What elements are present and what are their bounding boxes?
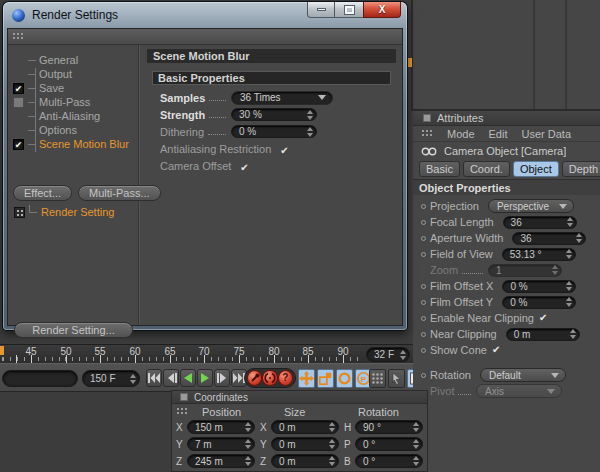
- document-max-time-field[interactable]: 150 F: [82, 370, 140, 387]
- size-y-field[interactable]: 0 m: [271, 437, 339, 451]
- go-to-start-button[interactable]: [146, 369, 162, 387]
- dotted-leader: [208, 134, 226, 135]
- stepper-icon[interactable]: [245, 422, 251, 432]
- param-bullet-icon[interactable]: [421, 220, 426, 225]
- param-bullet-icon[interactable]: [421, 252, 426, 257]
- row-show-cone: Show Cone ✔: [421, 342, 562, 358]
- checkbox-checked[interactable]: ✔: [13, 83, 24, 94]
- stepper-icon[interactable]: [245, 456, 251, 466]
- near-clipping-field[interactable]: 0 m: [506, 328, 580, 341]
- scale-keys-toggle[interactable]: [317, 369, 334, 388]
- film-offset-y-field[interactable]: 0 %: [502, 296, 576, 309]
- rotation-dropdown[interactable]: Default: [480, 368, 566, 382]
- checkbox-empty[interactable]: [13, 97, 24, 108]
- stepper-icon[interactable]: [130, 374, 136, 384]
- sidebar-item-multi-pass[interactable]: Multi-Pass: [8, 95, 138, 109]
- tab-object[interactable]: Object: [513, 161, 559, 177]
- param-bullet-icon[interactable]: [421, 316, 426, 321]
- field-of-view-field[interactable]: 53.13 °: [502, 248, 576, 261]
- stepper-icon[interactable]: [566, 297, 572, 307]
- grip-icon[interactable]: [176, 407, 188, 416]
- strength-field[interactable]: 30 %: [231, 108, 317, 121]
- record-keyframe-button[interactable]: [247, 370, 262, 386]
- rotation-b-field[interactable]: 0 °: [355, 454, 423, 468]
- tab-basic[interactable]: Basic: [419, 161, 460, 177]
- sidebar-item-options[interactable]: Options: [8, 123, 138, 137]
- stepper-icon[interactable]: [245, 439, 251, 449]
- dithering-field[interactable]: 0 %: [231, 125, 317, 138]
- maximize-button[interactable]: [335, 2, 363, 18]
- aperture-width-field[interactable]: 36: [512, 232, 586, 245]
- position-x-field[interactable]: 150 m: [187, 420, 255, 434]
- grip-icon[interactable]: [12, 32, 24, 41]
- max-frame-field[interactable]: 32 F: [366, 347, 410, 362]
- sidebar-item-output[interactable]: Output: [8, 67, 138, 81]
- rotation-keys-toggle[interactable]: [336, 369, 353, 388]
- selection-pointer-button[interactable]: [388, 369, 405, 388]
- checkbox-checked[interactable]: ✔: [280, 145, 288, 156]
- rotation-p-field[interactable]: 0 °: [355, 437, 423, 451]
- point-level-animation-toggle[interactable]: [369, 369, 386, 388]
- timeline-ruler[interactable]: 45 50 55 60 65 70 75 80 85 90 32 F: [0, 344, 413, 363]
- stepper-icon[interactable]: [566, 249, 572, 259]
- checkbox-checked[interactable]: ✔: [13, 139, 24, 150]
- param-bullet-icon[interactable]: [421, 236, 426, 241]
- effect-button[interactable]: Effect...: [13, 185, 72, 201]
- play-backwards-button[interactable]: [180, 369, 196, 387]
- keyframe-selection-button[interactable]: ?: [278, 370, 293, 386]
- new-render-setting-button[interactable]: Render Setting...: [14, 322, 133, 338]
- position-z-field[interactable]: 245 m: [187, 454, 255, 468]
- stepper-icon[interactable]: [576, 233, 582, 243]
- stepper-icon[interactable]: [567, 217, 573, 227]
- stepper-icon[interactable]: [566, 281, 572, 291]
- size-x-field[interactable]: 0 m: [271, 420, 339, 434]
- checkbox-checked[interactable]: ✔: [492, 345, 500, 355]
- param-bullet-icon[interactable]: [421, 348, 426, 353]
- play-forwards-button[interactable]: [197, 369, 213, 387]
- param-bullet-icon[interactable]: [421, 332, 426, 337]
- position-y-field[interactable]: 7 m: [187, 437, 255, 451]
- stepper-icon[interactable]: [413, 439, 419, 449]
- tab-depth[interactable]: Depth: [562, 161, 600, 177]
- timeline-preview-range[interactable]: [2, 370, 78, 387]
- basic-properties-header: Basic Properties: [152, 71, 391, 85]
- grip-icon[interactable]: [421, 129, 433, 138]
- minimize-button[interactable]: [307, 2, 335, 18]
- focal-length-field[interactable]: 36: [503, 216, 577, 229]
- menu-user-data[interactable]: User Data: [522, 128, 572, 140]
- autokeying-button[interactable]: [262, 370, 277, 386]
- next-frame-button[interactable]: [214, 369, 230, 387]
- stepper-icon[interactable]: [307, 110, 313, 120]
- sidebar-item-save[interactable]: ✔ Save: [8, 81, 138, 95]
- stepper-icon[interactable]: [413, 456, 419, 466]
- tab-coord[interactable]: Coord.: [463, 161, 510, 177]
- stepper-icon[interactable]: [329, 439, 335, 449]
- sidebar-item-anti-aliasing[interactable]: Anti-Aliasing: [8, 109, 138, 123]
- stepper-icon[interactable]: [329, 422, 335, 432]
- position-keys-toggle[interactable]: [298, 369, 315, 388]
- sidebar-item-scene-motion-blur[interactable]: ✔ Scene Motion Blur: [8, 137, 138, 151]
- menu-edit[interactable]: Edit: [489, 128, 508, 140]
- size-z-field[interactable]: 0 m: [271, 454, 339, 468]
- previous-frame-button[interactable]: [163, 369, 179, 387]
- current-frame-marker[interactable]: [0, 346, 4, 355]
- film-offset-x-field[interactable]: 0 %: [502, 280, 576, 293]
- samples-dropdown[interactable]: 36 Times: [231, 91, 333, 105]
- param-bullet-icon[interactable]: [421, 373, 426, 378]
- stepper-icon[interactable]: [570, 329, 576, 339]
- projection-dropdown[interactable]: Perspective: [488, 199, 574, 213]
- stepper-icon[interactable]: [329, 456, 335, 466]
- stepper-icon[interactable]: [400, 350, 406, 360]
- rotation-h-field[interactable]: 90 °: [355, 420, 423, 434]
- checkbox-checked[interactable]: ✔: [539, 313, 547, 323]
- sidebar-item-general[interactable]: General: [8, 53, 138, 67]
- close-button[interactable]: X: [363, 2, 401, 18]
- param-bullet-icon[interactable]: [421, 284, 426, 289]
- param-bullet-icon[interactable]: [421, 204, 426, 209]
- param-bullet-icon[interactable]: [421, 300, 426, 305]
- stepper-icon[interactable]: [307, 127, 313, 137]
- render-setting-item[interactable]: Render Setting: [8, 205, 138, 219]
- checkbox-checked[interactable]: ✔: [240, 162, 248, 173]
- menu-mode[interactable]: Mode: [447, 128, 475, 140]
- stepper-icon[interactable]: [413, 422, 419, 432]
